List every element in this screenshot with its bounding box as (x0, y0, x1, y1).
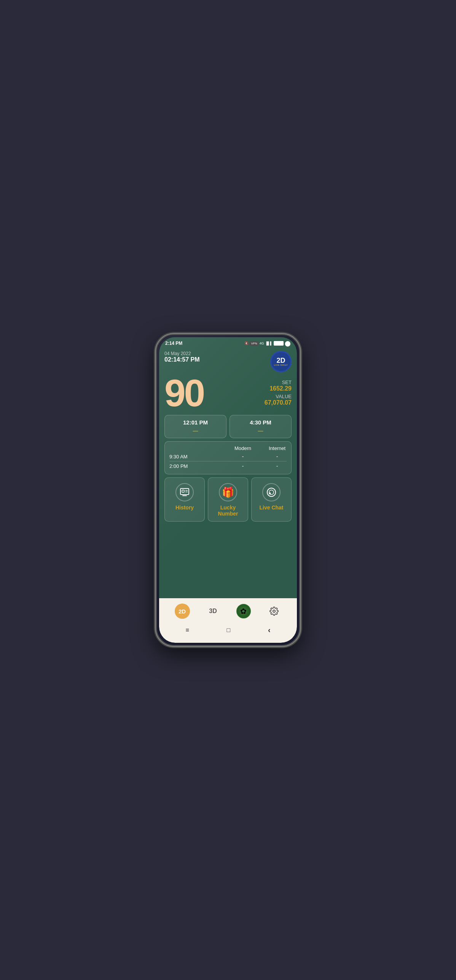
slot-afternoon-value: — (234, 428, 287, 434)
lucky-number-icon: 🎁 (219, 483, 237, 501)
value-label: VALUE (265, 394, 292, 399)
time-slot-morning: 12:01 PM — (164, 415, 226, 438)
lucky-number-button[interactable]: 🎁 LuckyNumber (208, 477, 248, 522)
tab-3d-icon: 3D (206, 604, 221, 619)
slot-afternoon-time: 4:30 PM (234, 419, 287, 426)
time-slots-row: 12:01 PM — 4:30 PM — (164, 415, 292, 438)
nav-tabs: 2D 3D ✿ (167, 602, 289, 620)
tab-settings-icon (266, 604, 282, 619)
set-label: SET (265, 380, 292, 385)
back-button[interactable]: ‹ (263, 624, 275, 636)
camera-icon: ⬤ (285, 340, 291, 346)
emblem-symbol: ✿ (240, 607, 247, 616)
clock-display: 02:14:57 PM (164, 356, 200, 363)
date-time-block: 04 May 2022 02:14:57 PM (164, 351, 200, 363)
main-lottery-number: 90 (164, 374, 204, 412)
svg-point-7 (269, 493, 271, 495)
logo-sub-text: LIVE DAILY (274, 364, 288, 366)
tab-2d-icon: 2D (175, 604, 190, 619)
big-number-row: 90 SET 1652.29 VALUE 67,070.07 (164, 374, 292, 412)
set-value-block: SET 1652.29 VALUE 67,070.07 (265, 380, 292, 406)
action-buttons-row: History 🎁 LuckyNumber (164, 477, 292, 522)
slot-morning-value: — (169, 428, 222, 434)
gear-icon (269, 607, 279, 616)
col-modern-label: Modern (233, 445, 252, 451)
signal-icon: ▐▌▌ (265, 341, 273, 345)
history-button[interactable]: History (164, 477, 205, 522)
mi-row-1: 2:00 PM - - (169, 463, 287, 469)
set-number: 1652.29 (265, 385, 292, 392)
vpn-badge: VPN (250, 341, 258, 346)
live-chat-button[interactable]: Live Chat (251, 477, 292, 522)
svg-rect-1 (182, 490, 184, 492)
bottom-nav: 2D 3D ✿ (159, 598, 297, 643)
status-bar: 2:14 PM 🔇 VPN 4G ▐▌▌ 74% ⬤ (159, 337, 297, 348)
logo-2d-text: 2D (276, 357, 285, 364)
mi-header-row: Modern Internet (169, 445, 287, 451)
mi-cells-0: - - (196, 453, 287, 460)
home-button[interactable]: □ (222, 625, 235, 635)
phone-frame: 2:14 PM 🔇 VPN 4G ▐▌▌ 74% ⬤ 04 May 2022 0… (156, 334, 300, 646)
lucky-number-label: LuckyNumber (218, 504, 238, 517)
mute-icon: 🔇 (244, 341, 249, 345)
tab-emblem[interactable]: ✿ (233, 602, 254, 620)
col-internet-label: Internet (268, 445, 287, 451)
mi-row-label-1: 2:00 PM (169, 463, 196, 469)
value-number: 67,070.07 (265, 399, 292, 406)
main-content: 04 May 2022 02:14:57 PM 2D LIVE DAILY 90… (159, 348, 297, 598)
history-label: History (175, 504, 194, 511)
mi-cell-internet-1: - (268, 463, 287, 469)
history-icon (175, 483, 194, 501)
header-row: 04 May 2022 02:14:57 PM 2D LIVE DAILY (164, 351, 292, 372)
tab-3d[interactable]: 3D (202, 602, 224, 620)
gift-icon: 🎁 (222, 487, 234, 498)
mi-cell-modern-0: - (233, 453, 252, 460)
time-slot-afternoon: 4:30 PM — (230, 415, 292, 438)
mi-cell-modern-1: - (233, 463, 252, 469)
slot-morning-time: 12:01 PM (169, 419, 222, 426)
mi-cells-1: - - (196, 463, 287, 469)
modern-internet-card: Modern Internet 9:30 AM - - 2:00 PM - - (164, 441, 292, 474)
tab-3d-label: 3D (209, 608, 217, 615)
status-icons: 🔇 VPN 4G ▐▌▌ 74% ⬤ (244, 340, 291, 346)
mi-row-label-0: 9:30 AM (169, 454, 196, 460)
battery-indicator: 74% (274, 341, 284, 346)
tab-settings[interactable] (263, 602, 285, 620)
live-chat-icon (262, 483, 281, 501)
mi-divider (169, 461, 287, 461)
logo-badge: 2D LIVE DAILY (270, 351, 292, 372)
svg-point-5 (267, 488, 276, 496)
svg-point-8 (273, 610, 275, 612)
date-label: 04 May 2022 (164, 351, 200, 356)
emblem-icon: ✿ (236, 604, 251, 618)
mi-cell-internet-0: - (268, 453, 287, 460)
tab-2d[interactable]: 2D (172, 602, 193, 620)
live-chat-label: Live Chat (259, 504, 283, 511)
tab-2d-label: 2D (179, 608, 186, 615)
screen: 2:14 PM 🔇 VPN 4G ▐▌▌ 74% ⬤ 04 May 2022 0… (159, 337, 297, 643)
svg-rect-4 (182, 495, 187, 496)
network-icon: 4G (260, 341, 264, 345)
menu-button[interactable]: ≡ (181, 625, 193, 635)
mi-row-0: 9:30 AM - - (169, 453, 287, 460)
system-nav: ≡ □ ‹ (167, 623, 289, 637)
status-time: 2:14 PM (165, 341, 182, 346)
